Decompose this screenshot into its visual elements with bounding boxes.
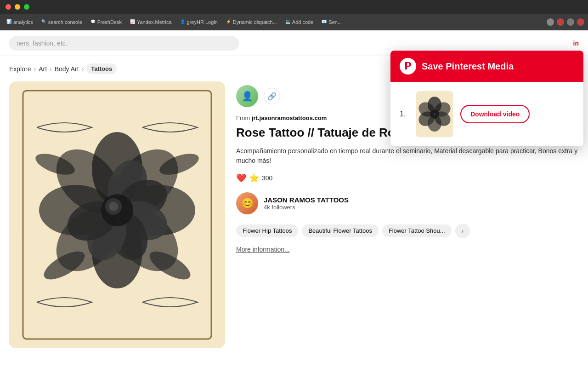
analytics-favicon: 📊 xyxy=(6,19,12,25)
sen-favicon: 📧 xyxy=(322,19,327,25)
reaction-star: ⭐ xyxy=(249,173,259,183)
reaction-heart: ❤️ xyxy=(236,173,246,183)
source-link[interactable]: jrt.jasonramostattoos.com xyxy=(252,115,327,121)
toolbar-icons xyxy=(547,18,584,26)
toolbar-icon-3[interactable] xyxy=(567,18,574,26)
author-avatar[interactable]: 😊 xyxy=(236,192,258,214)
popup-title: Save Pinterest Media xyxy=(422,61,514,72)
bookmark-label: Dynamic dispatch... xyxy=(233,19,277,25)
browser-chrome xyxy=(0,0,588,14)
user-avatar-small: 👤 xyxy=(236,85,258,107)
search-placeholder: ners, fashion, etc. xyxy=(17,40,68,47)
download-video-button[interactable]: Download video xyxy=(460,105,530,123)
bookmark-search-console[interactable]: 🔍 search console xyxy=(39,18,85,26)
maximize-dot[interactable] xyxy=(24,4,29,10)
user-info: 😊 JASON RAMOS TATTOOS 4k followers xyxy=(236,192,579,214)
svg-point-30 xyxy=(430,109,439,119)
author-followers: 4k followers xyxy=(264,204,349,211)
bookmark-label: Sen... xyxy=(328,19,342,25)
bookmark-label: Add code xyxy=(292,19,313,25)
bookmark-addcode[interactable]: 💻 Add code xyxy=(283,18,316,26)
bookmark-freshdesk[interactable]: 💬 FreshDesk xyxy=(88,18,124,26)
breadcrumb-explore[interactable]: Explore xyxy=(9,65,31,73)
sign-in-button[interactable]: in xyxy=(573,40,579,47)
yandex-favicon: 📈 xyxy=(130,19,136,25)
popup-body: 1. xyxy=(390,82,583,146)
bookmark-label: Yandex.Metrica xyxy=(137,19,172,25)
popup-thumbnail-svg xyxy=(416,91,453,137)
page-area: ners, fashion, etc. in Explore › Art › B… xyxy=(0,30,588,368)
tag-more-button[interactable]: › xyxy=(455,224,470,238)
svg-point-18 xyxy=(109,202,118,211)
popup-header: 𝗣 Save Pinterest Media xyxy=(390,51,583,82)
popup-item-1: 1. xyxy=(400,91,574,137)
pin-description: Acompañamiento personalizado en tiempo r… xyxy=(236,146,579,166)
breadcrumb-active[interactable]: Tattoos xyxy=(86,63,117,74)
toolbar-icon-2[interactable] xyxy=(557,18,564,26)
extension-popup: 𝗣 Save Pinterest Media 1. xyxy=(390,51,583,146)
popup-thumbnail-inner xyxy=(416,91,453,137)
minimize-dot[interactable] xyxy=(15,4,20,10)
pin-image xyxy=(9,81,225,348)
author-info: JASON RAMOS TATTOOS 4k followers xyxy=(264,196,349,211)
breadcrumb-sep-2: › xyxy=(50,65,52,73)
breadcrumb-bodyart[interactable]: Body Art xyxy=(55,65,79,73)
toolbar-icon-1[interactable] xyxy=(547,18,554,26)
author-name: JASON RAMOS TATTOOS xyxy=(264,196,349,204)
popup-item-number: 1. xyxy=(400,110,409,118)
bookmark-analytics[interactable]: 📊 analytics xyxy=(4,18,36,26)
bookmark-yandex[interactable]: 📈 Yandex.Metrica xyxy=(127,18,175,26)
tattoo-svg xyxy=(9,81,225,348)
bookmark-label: FreshDesk xyxy=(97,19,122,25)
pin-image-placeholder xyxy=(9,81,225,348)
bookmark-greyhr[interactable]: 👤 greyHR Login xyxy=(177,18,220,26)
browser-toolbar: 📊 analytics 🔍 search console 💬 FreshDesk… xyxy=(0,14,588,30)
more-info-link[interactable]: More information... xyxy=(236,246,579,253)
tags-row: Flower Hip Tattoos Beautiful Flower Tatt… xyxy=(236,224,579,238)
addcode-favicon: 💻 xyxy=(285,19,291,25)
reaction-row: ❤️ ⭐ 300 xyxy=(236,173,579,183)
toolbar-icon-4[interactable] xyxy=(577,18,584,26)
freshdesk-favicon: 💬 xyxy=(90,19,96,25)
popup-thumbnail xyxy=(416,91,453,137)
tag-flower-hip[interactable]: Flower Hip Tattoos xyxy=(236,224,298,237)
dynamic-favicon: ⚡ xyxy=(226,19,232,25)
bookmark-dynamic[interactable]: ⚡ Dynamic dispatch... xyxy=(223,18,280,26)
breadcrumb-sep-1: › xyxy=(34,65,36,73)
breadcrumb-sep-3: › xyxy=(82,65,84,73)
tag-flower-tattoo-shou[interactable]: Flower Tattoo Shou... xyxy=(382,224,452,237)
link-icon[interactable]: 🔗 xyxy=(264,88,280,104)
popup-logo: 𝗣 xyxy=(400,58,416,75)
reaction-count: 300 xyxy=(262,174,272,182)
tag-beautiful-flower[interactable]: Beautiful Flower Tattoos xyxy=(302,224,379,237)
search-bar[interactable]: ners, fashion, etc. xyxy=(9,36,239,51)
close-dot[interactable] xyxy=(6,4,11,10)
bookmark-label: greyHR Login xyxy=(187,19,218,25)
from-label: From xyxy=(236,115,250,121)
bookmark-sen[interactable]: 📧 Sen... xyxy=(319,18,345,26)
greyhr-favicon: 👤 xyxy=(180,19,186,25)
bookmark-label: analytics xyxy=(13,19,33,25)
bookmark-label: search console xyxy=(48,19,82,25)
search-console-favicon: 🔍 xyxy=(41,19,47,25)
header-right: in xyxy=(573,40,579,47)
breadcrumb-art[interactable]: Art xyxy=(39,65,47,73)
